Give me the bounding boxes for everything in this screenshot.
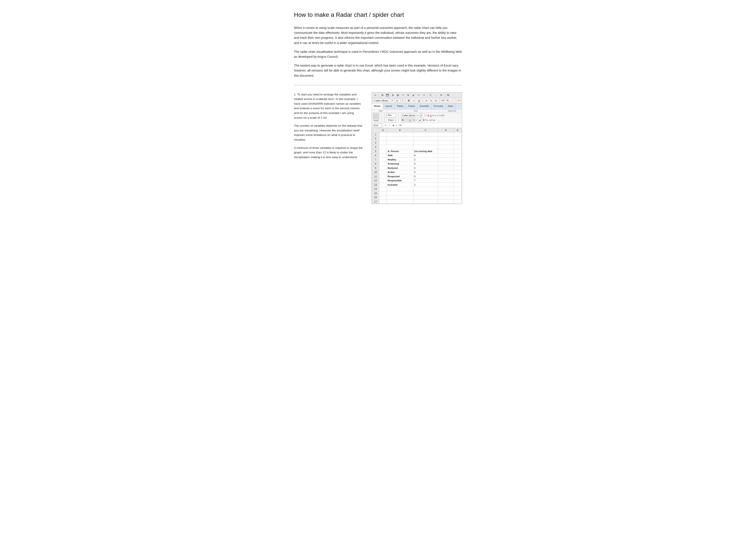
cell-13-d[interactable] — [438, 183, 454, 187]
cell-17-c[interactable] — [413, 199, 438, 204]
align-r1[interactable]: ≡ — [431, 118, 433, 122]
cell-1-c[interactable] — [413, 132, 438, 137]
cell-17-e[interactable] — [454, 199, 462, 204]
col-header-c[interactable]: C — [413, 128, 438, 133]
font-mini-size[interactable]: 12 — [419, 114, 424, 117]
formula-fx-icon[interactable]: fx — [399, 124, 402, 127]
cell-8-e[interactable] — [454, 162, 462, 166]
align-r2[interactable]: ⇔ — [433, 118, 435, 122]
indent-inc[interactable]: ⇥ — [429, 118, 431, 122]
cell-16-e[interactable] — [454, 195, 462, 200]
fill-color-icon[interactable]: 🖌 — [418, 118, 422, 122]
cell-9-c[interactable]: 3 — [413, 166, 438, 170]
align-icon1[interactable]: ≡ — [435, 114, 436, 117]
tab-charts[interactable]: Charts — [406, 103, 417, 109]
cell-12-e[interactable] — [454, 179, 462, 183]
cell-8-b[interactable]: Achieving — [387, 162, 413, 166]
cell-10-e[interactable] — [454, 170, 462, 174]
cell-11-b[interactable]: Respected — [387, 174, 413, 179]
cell-4-a[interactable] — [379, 145, 387, 149]
cell-3-c[interactable] — [413, 141, 438, 145]
tb-filter-icon[interactable]: ▼ — [439, 93, 443, 97]
cell-16-c[interactable] — [413, 195, 438, 200]
bold-mini[interactable]: B — [401, 118, 405, 122]
italic-button[interactable]: I — [412, 98, 416, 103]
font-name-box[interactable]: Calibri (Body) — [373, 98, 390, 103]
cell-6-c[interactable]: 8 — [413, 153, 438, 158]
col-header-e[interactable]: E — [454, 128, 462, 133]
formula-cancel-icon[interactable]: ✕ — [384, 124, 387, 127]
align-icon2[interactable]: ≡ — [437, 114, 438, 117]
align-right-icon[interactable]: ≡ — [434, 98, 438, 103]
formula-confirm-icon[interactable]: ✓ — [388, 124, 391, 127]
cell-7-b[interactable]: Healthy — [387, 158, 413, 162]
cell-12-d[interactable] — [438, 179, 454, 183]
cell-10-b[interactable]: Active — [387, 170, 413, 174]
align-left-icon[interactable]: ≡ — [425, 98, 428, 103]
tab-tables[interactable]: Tables — [394, 103, 406, 109]
cell-1-b[interactable] — [387, 132, 413, 137]
number-format-icon[interactable]: AN — [441, 98, 445, 103]
col-header-d[interactable]: D — [438, 128, 454, 133]
tb-print-icon[interactable]: 🖨 — [391, 93, 395, 97]
cell-5-b[interactable]: A. Person — [387, 149, 413, 153]
cell-ref-box[interactable]: E19 — [373, 123, 382, 128]
cell-12-c[interactable]: 7 — [413, 179, 438, 183]
cell-7-c[interactable]: 2 — [413, 158, 438, 162]
tb-preview-icon[interactable]: ▤ — [396, 93, 400, 97]
percent-icon[interactable]: % — [446, 98, 449, 103]
cell-16-b[interactable] — [387, 195, 413, 200]
cell-10-c[interactable]: 4 — [413, 170, 438, 174]
cell-17-d[interactable] — [438, 199, 454, 204]
cell-4-e[interactable] — [454, 145, 462, 149]
align-icon3[interactable]: ≡ — [439, 114, 440, 117]
font-size-box[interactable]: 12 — [394, 98, 400, 103]
tab-layout[interactable]: Layout — [383, 103, 394, 109]
tb-copy-icon[interactable]: ⧉ — [406, 93, 410, 97]
tb-cut-icon[interactable]: ✂ — [401, 93, 405, 97]
cell-17-b[interactable] — [387, 199, 413, 204]
cell-13-e[interactable] — [454, 183, 462, 187]
cell-4-b[interactable] — [387, 145, 413, 149]
tab-data[interactable]: Data — [446, 103, 455, 109]
indent-dec[interactable]: ⇤ — [426, 118, 428, 122]
cell-1-d[interactable] — [438, 132, 454, 137]
cell-11-d[interactable] — [438, 174, 454, 179]
cell-9-d[interactable] — [438, 166, 454, 170]
cell-16-a[interactable] — [379, 195, 387, 200]
cell-5-a[interactable] — [379, 149, 387, 153]
tb-sort-icon[interactable]: ↓ — [434, 93, 438, 97]
cell-7-d[interactable] — [438, 158, 454, 162]
cell-14-c[interactable] — [413, 187, 438, 191]
cell-14-d[interactable] — [438, 187, 454, 191]
cell-10-d[interactable] — [438, 170, 454, 174]
cell-12-a[interactable] — [379, 179, 387, 183]
cell-7-e[interactable] — [454, 158, 462, 162]
col-header-b[interactable]: B — [387, 128, 413, 133]
cell-13-b[interactable]: Included — [387, 183, 413, 187]
cell-13-a[interactable] — [379, 183, 387, 187]
tb-save-icon[interactable]: 💾 — [385, 93, 390, 97]
paste-button[interactable]: 📋 — [373, 113, 379, 119]
cell-7-a[interactable] — [379, 158, 387, 162]
underline-mini[interactable]: U — [408, 118, 412, 122]
bold-button[interactable]: B — [407, 98, 411, 103]
cell-6-d[interactable] — [438, 153, 454, 158]
cell-5-e[interactable] — [454, 149, 462, 153]
cell-6-e[interactable] — [454, 153, 462, 158]
cell-16-d[interactable] — [438, 195, 454, 200]
tb-undo-icon[interactable]: ↩ — [417, 93, 421, 97]
tb-brush-icon[interactable]: 🖌 — [411, 93, 416, 97]
cell-2-b[interactable] — [387, 137, 413, 141]
cell-2-a[interactable] — [379, 137, 387, 141]
cell-11-e[interactable] — [454, 174, 462, 179]
tab-formulas[interactable]: Formulas — [431, 103, 446, 109]
tb-table-icon[interactable]: ⊞ — [380, 93, 385, 97]
cell-4-c[interactable] — [413, 145, 438, 149]
underline-button[interactable]: U — [417, 98, 421, 103]
cell-14-b[interactable] — [387, 187, 413, 191]
cell-9-b[interactable]: Nurtured — [387, 166, 413, 170]
fill-button[interactable]: ⬇ Fill ▾ — [385, 113, 396, 117]
cell-9-e[interactable] — [454, 166, 462, 170]
tab-home[interactable]: Home — [372, 103, 383, 109]
